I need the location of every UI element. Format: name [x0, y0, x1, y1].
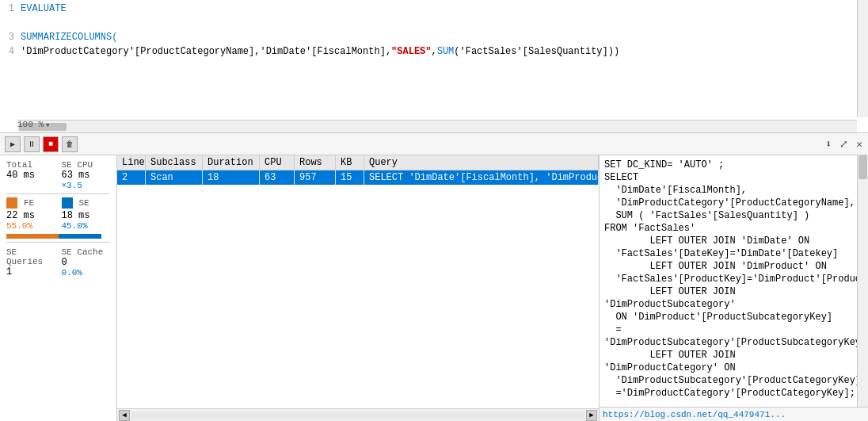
stats-panel: Total 40 ms SE CPU 63 ms ×3.5 FE 22 ms [0, 155, 117, 421]
query-line-5: SUM ( 'FactSales'[SalesQuantity] ) [604, 209, 852, 222]
cell-rows: 957 [295, 170, 336, 185]
query-line-7: LEFT OUTER JOIN 'DimDate' ON [604, 235, 852, 247]
fe-label: FE [24, 198, 34, 208]
total-stat: Total 40 ms [6, 160, 55, 190]
panel-toolbar: ▶ ⏸ ■ 🗑 ⬇ ⤢ ✕ [0, 133, 868, 155]
query-line-12: ON 'DimProduct'[ProductSubcategoryKey] [604, 311, 852, 323]
cell-duration: 18 [203, 170, 260, 185]
se-cache-value: 0 [62, 257, 111, 268]
query-panel-footer: https://blog.csdn.net/qq_4479471... [600, 407, 868, 421]
query-line-16: ='DimProductCategory'[ProductCategoryKey… [604, 387, 852, 400]
footer-url: https://blog.csdn.net/qq_4479471... [603, 410, 786, 419]
play-button[interactable]: ▶ [5, 136, 21, 152]
query-line-14: LEFT OUTER JOIN 'DimProductCategory' ON [604, 349, 852, 374]
cell-kb: 15 [336, 170, 364, 185]
line-numbers: 1 3 4 [0, 0, 17, 59]
divider-1 [6, 193, 110, 194]
col-header-line: Line [117, 155, 146, 170]
query-line-11: LEFT OUTER JOIN 'DimProductSubcategory' [604, 285, 852, 311]
code-line-1: EVALUATE [21, 2, 854, 16]
keyword-evaluate: EVALUATE [21, 3, 67, 14]
progress-bar [6, 234, 101, 239]
se-pct: 45.0% [62, 221, 111, 231]
se-value: 18 ms [62, 210, 111, 221]
query-panel: SET DC_KIND= 'AUTO' ; SELECT 'DimDate'[F… [599, 155, 868, 421]
se-cpu-multiplier: ×3.5 [62, 181, 111, 190]
se-queries-label: SE Queries [6, 247, 55, 266]
se-cache-stat: SE Cache 0 0.0% [62, 247, 111, 277]
fe-pct: 55.0% [6, 221, 55, 231]
editor-area: 1 3 4 EVALUATE SUMMARIZECOLUMNS( 'DimPro… [0, 0, 868, 133]
query-line-1: SET DC_KIND= 'AUTO' ; [604, 159, 852, 171]
query-line-blank [604, 400, 852, 407]
editor-scrollbar-vertical[interactable] [857, 0, 868, 117]
code-content[interactable]: EVALUATE SUMMARIZECOLUMNS( 'DimProductCa… [17, 0, 857, 117]
close-icon[interactable]: ✕ [854, 138, 865, 151]
stop-button[interactable]: ■ [43, 136, 59, 152]
zoom-dropdown-icon[interactable]: ▾ [45, 120, 51, 130]
query-line-3: 'DimDate'[FiscalMonth], [604, 184, 852, 197]
table-scrollbar-h[interactable]: ◀ ▶ [117, 408, 599, 421]
total-value: 40 ms [6, 170, 55, 181]
clear-button[interactable]: 🗑 [62, 136, 78, 152]
code-line-blank [21, 16, 854, 30]
bottom-panel: ▶ ⏸ ■ 🗑 ⬇ ⤢ ✕ Total 40 ms SE CPU 63 ms ×… [0, 133, 868, 421]
col-header-cpu: CPU [260, 155, 295, 170]
fe-value: 22 ms [6, 210, 55, 221]
query-panel-content[interactable]: SET DC_KIND= 'AUTO' ; SELECT 'DimDate'[F… [600, 155, 857, 407]
table-row[interactable]: 2 Scan 18 63 957 15 SELECT 'DimDate'[Fis… [117, 170, 599, 185]
cell-cpu: 63 [260, 170, 295, 185]
query-line-15: 'DimProductSubcategory'[ProductCategoryK… [604, 374, 852, 387]
se-cache-pct: 0.0% [62, 268, 111, 277]
expand-icon[interactable]: ⤢ [837, 138, 851, 151]
se-color-dot [62, 197, 73, 209]
divider-2 [6, 242, 110, 243]
total-label: Total [6, 160, 55, 170]
cell-line: 2 [117, 170, 146, 185]
pin-icon[interactable]: ⬇ [823, 138, 834, 151]
code-text3: ('FactSales'[SalesQuantity])) [454, 46, 619, 57]
query-line-6: FROM 'FactSales' [604, 222, 852, 235]
query-line-13: = 'DimProductSubcategory'[ProductSubcate… [604, 323, 852, 349]
col-header-rows: Rows [295, 155, 336, 170]
keyword-sales: "SALES" [391, 46, 431, 57]
query-line-9: LEFT OUTER JOIN 'DimProduct' ON [604, 260, 852, 273]
scroll-track[interactable] [131, 411, 584, 419]
panel-content: Total 40 ms SE CPU 63 ms ×3.5 FE 22 ms [0, 155, 868, 421]
col-header-duration: Duration [203, 155, 260, 170]
table-panel: Line Subclass Duration CPU Rows KB Query… [117, 155, 599, 421]
col-header-kb: KB [336, 155, 364, 170]
cell-query: SELECT 'DimDate'[FiscalMonth], 'DimProdu… [364, 170, 599, 185]
table-header: Line Subclass Duration CPU Rows KB Query [117, 155, 599, 170]
keyword-summarize: SUMMARIZECOLUMNS( [21, 32, 117, 43]
pause-button[interactable]: ⏸ [24, 136, 40, 152]
code-text2: , [432, 46, 437, 57]
code-line-3: SUMMARIZECOLUMNS( [21, 30, 854, 44]
fe-color-dot [6, 197, 17, 209]
col-header-query: Query [364, 155, 599, 170]
fe-progress [6, 234, 59, 239]
scroll-left-arrow[interactable]: ◀ [119, 410, 130, 421]
query-scrollbar-vertical[interactable] [857, 155, 868, 407]
se-queries-stat: SE Queries 1 [6, 247, 55, 277]
scroll-right-arrow[interactable]: ▶ [586, 410, 597, 421]
se-cpu-stat: SE CPU 63 ms ×3.5 [62, 160, 111, 190]
query-line-4: 'DimProductCategory'[ProductCategoryName… [604, 197, 852, 209]
cell-subclass: Scan [146, 170, 203, 185]
se-queries-row: SE Queries 1 SE Cache 0 0.0% [6, 247, 110, 277]
table-body: 2 Scan 18 63 957 15 SELECT 'DimDate'[Fis… [117, 170, 599, 408]
code-line-4: 'DimProductCategory'[ProductCategoryName… [21, 44, 854, 59]
se-cpu-label: SE CPU [62, 160, 111, 170]
query-line-10: 'FactSales'[ProductKey]='DimProduct'[Pro… [604, 273, 852, 285]
se-cache-label: SE Cache [62, 247, 111, 257]
keyword-sum: SUM [437, 46, 455, 57]
code-text: 'DimProductCategory'[ProductCategoryName… [21, 46, 391, 57]
se-cpu-value: 63 ms [62, 170, 111, 181]
query-panel-inner: SET DC_KIND= 'AUTO' ; SELECT 'DimDate'[F… [600, 155, 868, 407]
panel-icons-right: ⬇ ⤢ ✕ [823, 138, 865, 151]
col-header-subclass: Subclass [146, 155, 203, 170]
zoom-value: 100 % [17, 120, 44, 129]
query-scrollbar-thumb [858, 155, 867, 179]
editor-scrollbar-horizontal[interactable] [17, 120, 857, 132]
se-stat: SE 18 ms 45.0% [62, 197, 111, 231]
